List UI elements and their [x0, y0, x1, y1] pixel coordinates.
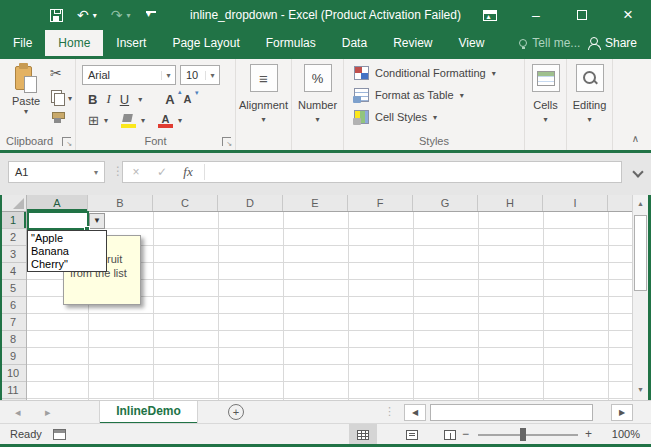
new-sheet-button[interactable]: +: [228, 404, 244, 420]
column-header-partial[interactable]: [608, 195, 632, 211]
minimize-button[interactable]: –: [513, 0, 559, 30]
row-header-10[interactable]: 10: [0, 365, 26, 382]
scroll-left-button[interactable]: ◀: [404, 404, 426, 421]
view-page-break-button[interactable]: [436, 424, 464, 445]
column-header-c[interactable]: C: [153, 195, 218, 211]
zoom-out-button[interactable]: −: [462, 427, 469, 441]
column-header-a[interactable]: A: [27, 195, 88, 211]
ribbon-display-options-button[interactable]: [467, 0, 513, 30]
cells-group[interactable]: Cells ▾: [525, 59, 567, 150]
dropdown-item-cherry[interactable]: Cherry": [28, 258, 106, 271]
number-group[interactable]: % Number ▾: [292, 59, 344, 150]
column-header-h[interactable]: H: [478, 195, 543, 211]
collapse-ribbon-icon[interactable]: ∧: [632, 133, 639, 144]
formula-input[interactable]: [208, 162, 621, 182]
maximize-button[interactable]: [559, 0, 605, 30]
column-header-i[interactable]: I: [543, 195, 608, 211]
row-header-9[interactable]: 9: [0, 348, 26, 365]
name-box[interactable]: A1 ▾: [8, 161, 105, 183]
insert-function-button[interactable]: fx: [175, 164, 201, 180]
number-button[interactable]: %: [304, 64, 332, 92]
row-header-6[interactable]: 6: [0, 297, 26, 314]
conditional-formatting-button[interactable]: Conditional Formatting ▾: [354, 66, 496, 80]
share-button[interactable]: Share: [588, 30, 637, 56]
vertical-scrollbar[interactable]: ▲ ▼: [632, 195, 648, 400]
tab-scroll-splitter[interactable]: ⋮: [384, 405, 395, 418]
row-header-1[interactable]: 1: [0, 212, 26, 229]
row-header-4[interactable]: 4: [0, 263, 26, 280]
shrink-font-button[interactable]: A▾: [184, 93, 192, 105]
active-cell-a1[interactable]: [27, 211, 89, 230]
view-normal-button[interactable]: [349, 424, 377, 445]
scroll-right-button[interactable]: ▶: [611, 404, 633, 421]
scroll-up-icon[interactable]: ▲: [633, 196, 648, 212]
editing-group[interactable]: Editing ▾: [567, 59, 613, 150]
dropdown-item-apple[interactable]: "Apple: [28, 232, 106, 245]
zoom-slider-thumb[interactable]: [520, 428, 526, 441]
fill-color-icon[interactable]: [121, 114, 136, 128]
underline-dropdown-icon[interactable]: ▾: [138, 95, 142, 104]
tab-home[interactable]: Home: [45, 30, 103, 56]
format-as-table-button[interactable]: Format as Table ▾: [354, 88, 464, 102]
column-header-d[interactable]: D: [218, 195, 283, 211]
editing-button[interactable]: [576, 64, 604, 92]
column-header-g[interactable]: G: [413, 195, 478, 211]
tab-file[interactable]: File: [0, 30, 45, 56]
italic-button[interactable]: I: [106, 91, 110, 107]
dropdown-item-banana[interactable]: Banana: [28, 245, 106, 258]
borders-dropdown-icon[interactable]: ▾: [104, 116, 108, 125]
tab-page-layout[interactable]: Page Layout: [159, 30, 252, 56]
alignment-button[interactable]: ≡: [250, 64, 278, 92]
horizontal-scroll-thumb[interactable]: [430, 404, 593, 421]
font-dialog-launcher-icon[interactable]: [222, 137, 231, 146]
cut-icon[interactable]: ✂: [50, 65, 62, 81]
macro-record-icon[interactable]: [53, 429, 66, 440]
format-painter-icon[interactable]: [51, 112, 64, 125]
vertical-scroll-thumb[interactable]: [634, 215, 647, 291]
tab-review[interactable]: Review: [380, 30, 445, 56]
fill-color-dropdown-icon[interactable]: ▾: [141, 116, 145, 125]
tell-me-box[interactable]: Tell me...: [519, 30, 580, 56]
paste-button[interactable]: Paste ▾: [6, 63, 46, 133]
close-button[interactable]: ×: [605, 0, 651, 30]
font-color-icon[interactable]: A: [158, 113, 173, 128]
clipboard-dialog-launcher-icon[interactable]: [62, 137, 71, 146]
font-color-dropdown-icon[interactable]: ▾: [178, 116, 182, 125]
tab-data[interactable]: Data: [329, 30, 380, 56]
copy-icon[interactable]: [51, 90, 64, 104]
data-validation-dropdown-button[interactable]: ▼: [89, 213, 105, 229]
underline-button[interactable]: U: [120, 92, 129, 107]
zoom-in-button[interactable]: +: [585, 427, 592, 441]
expand-formula-bar-icon[interactable]: [633, 167, 643, 177]
row-header-5[interactable]: 5: [0, 280, 26, 297]
tab-view[interactable]: View: [446, 30, 498, 56]
name-box-dropdown-icon[interactable]: ▾: [88, 168, 104, 177]
cell-styles-button[interactable]: Cell Styles ▾: [354, 110, 437, 124]
tab-insert[interactable]: Insert: [103, 30, 159, 56]
view-page-layout-button[interactable]: [398, 424, 426, 445]
font-size-combo[interactable]: 10 ▾: [180, 65, 220, 85]
validation-dropdown-list[interactable]: "Apple Banana Cherry": [27, 230, 107, 272]
row-header-11[interactable]: 11: [0, 382, 26, 399]
bold-button[interactable]: B: [88, 92, 97, 107]
column-header-f[interactable]: F: [348, 195, 413, 211]
scroll-down-icon[interactable]: ▼: [633, 382, 648, 398]
sheet-tab-inlinedemo[interactable]: InlineDemo: [99, 401, 198, 424]
zoom-level[interactable]: 100%: [600, 428, 640, 440]
font-name-value: Arial: [83, 69, 161, 81]
column-header-b[interactable]: B: [88, 195, 153, 211]
row-header-7[interactable]: 7: [0, 314, 26, 331]
column-header-e[interactable]: E: [283, 195, 348, 211]
borders-icon[interactable]: ⊞: [88, 113, 99, 128]
tab-formulas[interactable]: Formulas: [253, 30, 329, 56]
zoom-slider-track[interactable]: [478, 434, 578, 436]
cells-button[interactable]: [532, 64, 560, 92]
copy-dropdown-icon[interactable]: ▾: [68, 94, 72, 103]
row-header-2[interactable]: 2: [0, 229, 26, 246]
row-header-8[interactable]: 8: [0, 331, 26, 348]
row-header-3[interactable]: 3: [0, 246, 26, 263]
font-name-combo[interactable]: Arial ▾: [82, 65, 176, 85]
grow-font-button[interactable]: A▴: [165, 92, 174, 107]
select-all-corner[interactable]: [0, 195, 27, 212]
alignment-group[interactable]: ≡ Alignment ▾: [236, 59, 292, 150]
